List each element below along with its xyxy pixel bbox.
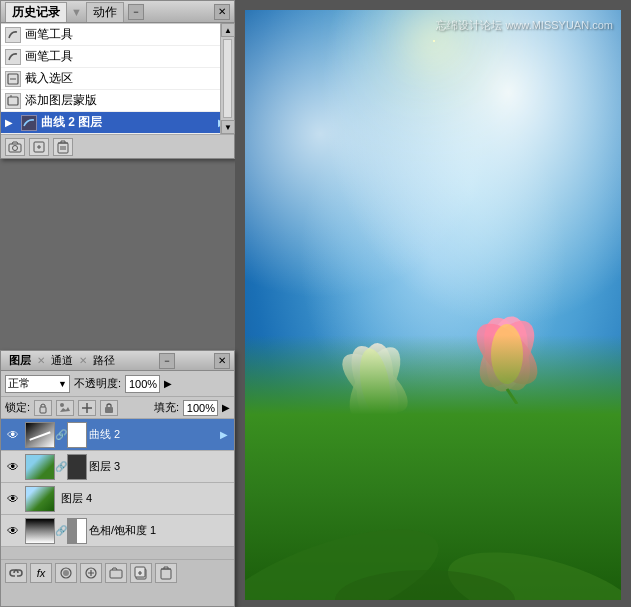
history-scrollbar[interactable]: ▲ ▼	[220, 23, 234, 134]
lock-position-button[interactable]	[78, 400, 96, 416]
layer-thumb-hue	[25, 518, 55, 544]
sun-rays	[433, 40, 435, 42]
fill-label: 填充:	[154, 400, 179, 415]
layer-item-4[interactable]: 👁 图层 4	[1, 483, 234, 515]
layer-name-3: 图层 3	[89, 459, 232, 474]
lock-transparent-button[interactable]	[34, 400, 52, 416]
history-new-button[interactable]	[29, 138, 49, 156]
layer-eye-hue[interactable]: 👁	[3, 521, 23, 541]
history-icon-1	[5, 27, 21, 43]
svg-rect-1	[8, 97, 18, 105]
history-item-2[interactable]: 画笔工具	[1, 46, 234, 68]
blend-mode-select[interactable]: 正常 ▼	[5, 375, 70, 393]
svg-point-22	[60, 403, 64, 407]
history-item-label-4: 添加图层蒙版	[25, 92, 97, 109]
layers-close-button[interactable]: ✕	[214, 353, 230, 369]
canvas-area: 忘绵设计论坛 www.MISSYUAN.com	[235, 0, 631, 607]
add-mask-button[interactable]	[55, 563, 77, 583]
history-icon-5	[21, 115, 37, 131]
svg-point-25	[63, 570, 69, 576]
fx-label: fx	[37, 567, 46, 579]
history-footer	[1, 134, 234, 158]
history-camera-button[interactable]	[5, 138, 25, 156]
new-layer-button[interactable]	[130, 563, 152, 583]
history-item-3[interactable]: 截入选区	[1, 68, 234, 90]
history-scroll-area: 画笔工具 画笔工具 截入选区 添加图层蒙版	[1, 23, 234, 134]
history-item-4[interactable]: 添加图层蒙版	[1, 90, 234, 112]
layer-eye-3[interactable]: 👁	[3, 457, 23, 477]
fill-value: 100%	[187, 402, 215, 414]
history-item-label-1: 画笔工具	[25, 26, 73, 43]
history-list: 画笔工具 画笔工具 截入选区 添加图层蒙版	[1, 23, 234, 134]
opacity-arrow[interactable]: ▶	[164, 378, 172, 389]
layers-tab[interactable]: 图层	[5, 352, 35, 369]
opacity-label: 不透明度:	[74, 376, 121, 391]
fill-arrow[interactable]: ▶	[222, 402, 230, 413]
layers-panel: 图层 ✕ 通道 ✕ 路径 － ✕ 正常 ▼ 不透明度: 100% ▶ 锁定: 填	[0, 350, 235, 607]
opacity-input[interactable]: 100%	[125, 375, 160, 393]
actions-tab[interactable]: 动作	[86, 2, 124, 22]
layer-item-3[interactable]: 👁 🔗 图层 3	[1, 451, 234, 483]
opacity-value: 100%	[129, 378, 157, 390]
new-group-button[interactable]	[105, 563, 127, 583]
link-layers-button[interactable]	[5, 563, 27, 583]
layer-mask-curves2	[67, 422, 87, 448]
history-item-label-5: 曲线 2 图层	[41, 114, 102, 131]
tab-divider-1: ✕	[37, 355, 45, 366]
lock-all-button[interactable]	[100, 400, 118, 416]
leaves-svg	[245, 305, 621, 600]
tab-divider-2: ✕	[79, 355, 87, 366]
svg-point-3	[13, 145, 18, 150]
delete-layer-button[interactable]	[155, 563, 177, 583]
scroll-down-arrow[interactable]: ▼	[221, 120, 235, 134]
blend-mode-value: 正常	[8, 376, 30, 391]
layer-eye-4[interactable]: 👁	[3, 489, 23, 509]
channels-tab[interactable]: 通道	[47, 352, 77, 369]
history-item-label-2: 画笔工具	[25, 48, 73, 65]
history-close-button[interactable]: ✕	[214, 4, 230, 20]
svg-rect-30	[161, 569, 171, 579]
canvas-image: 忘绵设计论坛 www.MISSYUAN.com	[245, 10, 621, 600]
blend-mode-arrow: ▼	[58, 379, 67, 389]
layer-name-4: 图层 4	[57, 491, 232, 506]
layers-footer: fx	[1, 559, 234, 585]
paths-tab[interactable]: 路径	[89, 352, 119, 369]
history-icon-3	[5, 71, 21, 87]
layer-link-hue: 🔗	[57, 525, 65, 536]
layer-style-button[interactable]: fx	[30, 563, 52, 583]
history-item-5[interactable]: ▶ 曲线 2 图层 ▶	[1, 112, 234, 134]
svg-rect-21	[40, 407, 46, 413]
lotus-background: 忘绵设计论坛 www.MISSYUAN.com	[245, 10, 621, 600]
layers-lock-row: 锁定: 填充: 100% ▶	[1, 397, 234, 419]
fill-input[interactable]: 100%	[183, 400, 218, 416]
history-trash-button[interactable]	[53, 138, 73, 156]
scroll-up-arrow[interactable]: ▲	[221, 23, 235, 37]
layers-titlebar: 图层 ✕ 通道 ✕ 路径 － ✕	[1, 351, 234, 371]
layer-item-curves2[interactable]: 👁 🔗 曲线 2 ▶	[1, 419, 234, 451]
layer-name-curves2: 曲线 2	[89, 427, 214, 442]
history-icon-2	[5, 49, 21, 65]
layer-mask-hue	[67, 518, 87, 544]
history-minimize-button[interactable]: －	[128, 4, 144, 20]
history-item-1[interactable]: 画笔工具	[1, 24, 234, 46]
layer-list: 👁 🔗 曲线 2 ▶ 👁 🔗 图层 3 👁	[1, 419, 234, 559]
history-tab[interactable]: 历史记录	[5, 2, 67, 22]
lock-label: 锁定:	[5, 400, 30, 415]
history-item-label-3: 截入选区	[25, 70, 73, 87]
layer-link-curves2: 🔗	[57, 429, 65, 440]
layer-eye-curves2[interactable]: 👁	[3, 425, 23, 445]
layer-thumb-curves2	[25, 422, 55, 448]
layer-mask-3	[67, 454, 87, 480]
history-titlebar: 历史记录 ▼ 动作 － ✕	[1, 1, 234, 23]
add-adjustment-button[interactable]	[80, 563, 102, 583]
history-active-arrow: ▶	[5, 117, 17, 128]
svg-rect-27	[110, 570, 122, 578]
lock-image-button[interactable]	[56, 400, 74, 416]
layers-controls: 正常 ▼ 不透明度: 100% ▶	[1, 371, 234, 397]
history-icon-4	[5, 93, 21, 109]
layer-expand-curves2[interactable]: ▶	[216, 429, 232, 440]
scroll-thumb[interactable]	[223, 39, 232, 118]
layer-item-hue[interactable]: 👁 🔗 色相/饱和度 1	[1, 515, 234, 547]
layers-minimize-button[interactable]: －	[159, 353, 175, 369]
layer-thumb-3	[25, 454, 55, 480]
